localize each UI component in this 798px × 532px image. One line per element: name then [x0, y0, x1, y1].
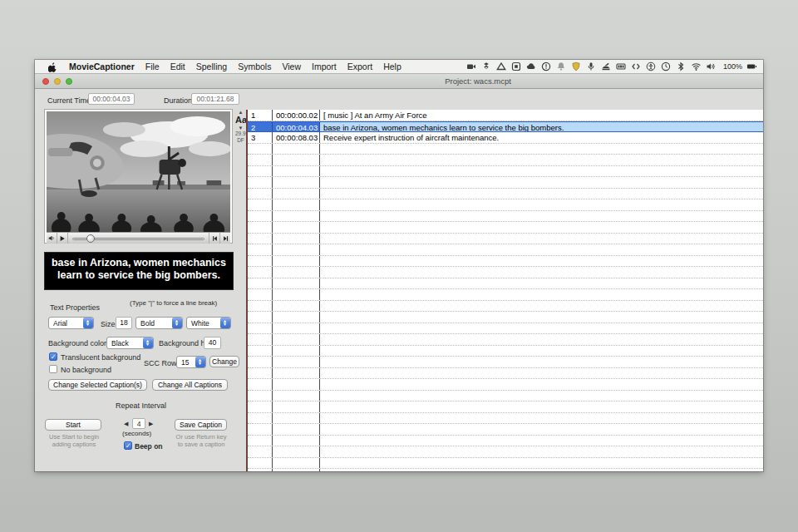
cloud-icon[interactable]: [526, 62, 537, 72]
start-button[interactable]: Start: [45, 419, 101, 431]
table-row-empty[interactable]: [248, 200, 763, 211]
google-drive-icon[interactable]: [496, 62, 507, 72]
framerate-mode: DF: [235, 137, 246, 144]
alert-circle-icon[interactable]: [541, 62, 552, 72]
menu-item-symbols[interactable]: Symbols: [238, 62, 271, 71]
table-row-empty[interactable]: [248, 289, 763, 301]
interval-increment-arrow[interactable]: ▶: [149, 421, 153, 427]
security-shield-icon[interactable]: [571, 62, 582, 72]
camcorder-icon[interactable]: [466, 62, 477, 72]
table-row-empty[interactable]: [248, 211, 763, 223]
table-row-empty[interactable]: [248, 368, 763, 380]
interval-decrement-arrow[interactable]: ◀: [124, 421, 128, 427]
step-forward-button[interactable]: [219, 233, 230, 244]
battery-icon[interactable]: [746, 62, 757, 72]
table-row-empty[interactable]: [248, 267, 763, 278]
popup-arrows-icon: ▲▼: [83, 318, 93, 328]
duration-field[interactable]: 00:01:21.68: [191, 93, 239, 105]
table-row-empty[interactable]: [248, 256, 763, 268]
video-frame[interactable]: [47, 111, 230, 232]
current-time-field[interactable]: 00:00:04.03: [88, 93, 135, 105]
table-row-empty[interactable]: [248, 155, 763, 166]
play-button[interactable]: [57, 233, 68, 244]
step-back-button[interactable]: [209, 233, 219, 244]
rate-column: ▲ Aa ▼ 29.97 DF: [235, 110, 246, 144]
table-row-empty[interactable]: [248, 458, 763, 470]
repeat-interval-label: Repeat Interval: [116, 401, 166, 410]
table-row-empty[interactable]: [248, 391, 763, 402]
table-row-empty[interactable]: [248, 346, 763, 357]
menu-item-moviecaptioner[interactable]: MovieCaptioner: [69, 62, 135, 71]
table-row[interactable]: 200:00:04.03base in Arizona, women mecha…: [248, 121, 763, 133]
table-row-empty[interactable]: [248, 357, 763, 368]
font-family-select[interactable]: Arial ▲▼: [48, 317, 94, 329]
table-row-empty[interactable]: [248, 312, 763, 323]
wifi-icon[interactable]: [691, 62, 702, 72]
menu-item-help[interactable]: Help: [383, 62, 401, 71]
time-machine-icon[interactable]: [661, 62, 672, 72]
menu-item-spelling[interactable]: Spelling: [196, 62, 227, 71]
table-row-empty[interactable]: [248, 222, 763, 234]
translucent-background-checkbox[interactable]: ✓: [49, 352, 57, 361]
table-row-empty[interactable]: [248, 413, 763, 425]
line-break-hint: (Type "|" to force a line break): [130, 299, 217, 307]
change-selected-captions-button[interactable]: Change Selected Caption(s): [48, 379, 147, 391]
table-row-empty[interactable]: [248, 436, 763, 447]
table-row-empty[interactable]: [248, 301, 763, 313]
code-brackets-icon[interactable]: [631, 62, 642, 72]
font-color-select[interactable]: White ▲▼: [186, 317, 231, 329]
table-row-empty[interactable]: [248, 177, 763, 189]
menu-item-edit[interactable]: Edit: [170, 62, 185, 71]
font-weight-select[interactable]: Bold ▲▼: [135, 317, 183, 329]
menu-item-file[interactable]: File: [145, 62, 160, 71]
microphone-icon[interactable]: [586, 62, 597, 72]
film-strip-icon[interactable]: [616, 62, 627, 72]
table-row-empty[interactable]: [248, 334, 763, 346]
table-row-empty[interactable]: [248, 244, 763, 256]
menu-item-view[interactable]: View: [282, 62, 301, 71]
scc-row-select[interactable]: 15 ▲▼: [176, 356, 206, 368]
menu-item-import[interactable]: Import: [312, 62, 337, 71]
table-row-empty[interactable]: [248, 424, 763, 436]
background-height-field[interactable]: 40: [204, 337, 221, 349]
playback-scrubber[interactable]: [68, 233, 209, 244]
table-row[interactable]: 100:00:00.02[ music ] At an Army Air For…: [248, 110, 763, 121]
font-size-field[interactable]: 18: [116, 317, 132, 329]
window-title-bar[interactable]: Project: wacs.mcpt: [35, 74, 763, 89]
app-square-icon[interactable]: [511, 62, 522, 72]
table-row[interactable]: 300:00:08.03Receive expert instruction o…: [248, 132, 763, 144]
table-row-empty[interactable]: [248, 189, 763, 200]
apple-menu-icon[interactable]: [47, 62, 58, 72]
font-size-toggle[interactable]: Aa: [235, 115, 246, 126]
table-row-empty[interactable]: [248, 166, 763, 178]
interval-value-field[interactable]: 4: [132, 418, 145, 429]
current-time-label: Current Time:: [47, 96, 93, 105]
scanner-icon[interactable]: [601, 62, 612, 72]
menu-item-export[interactable]: Export: [347, 62, 372, 71]
table-row-empty[interactable]: [248, 278, 763, 290]
table-row-empty[interactable]: [248, 234, 763, 245]
table-row-empty[interactable]: [248, 469, 763, 471]
table-row-empty[interactable]: [248, 401, 763, 413]
background-color-select[interactable]: Black ▲▼: [106, 337, 154, 349]
caption-preview: base in Arizona, women mechanics learn t…: [44, 252, 234, 290]
scc-change-button[interactable]: Change: [209, 356, 239, 367]
popup-arrows-icon: ▲▼: [172, 318, 182, 328]
accessibility-icon[interactable]: [646, 62, 657, 72]
volume-control-icon[interactable]: [47, 233, 57, 244]
table-row-empty[interactable]: [248, 144, 763, 155]
dropbox-icon[interactable]: [481, 62, 492, 72]
save-caption-button[interactable]: Save Caption: [175, 419, 227, 431]
volume-icon[interactable]: [706, 62, 717, 72]
beep-on-checkbox[interactable]: ✓: [124, 441, 132, 450]
table-row-empty[interactable]: [248, 379, 763, 391]
change-all-captions-button[interactable]: Change All Captions: [152, 379, 228, 391]
table-row-empty[interactable]: [248, 323, 763, 335]
start-hint: Use Start to begin adding captions: [43, 433, 105, 448]
save-hint: Or use Return key to save a caption: [170, 433, 232, 448]
notifications-bell-icon[interactable]: [556, 62, 567, 72]
bluetooth-icon[interactable]: [676, 62, 687, 72]
table-row-empty[interactable]: [248, 446, 763, 458]
no-background-checkbox[interactable]: [49, 365, 57, 373]
scrubber-thumb[interactable]: [86, 234, 95, 243]
